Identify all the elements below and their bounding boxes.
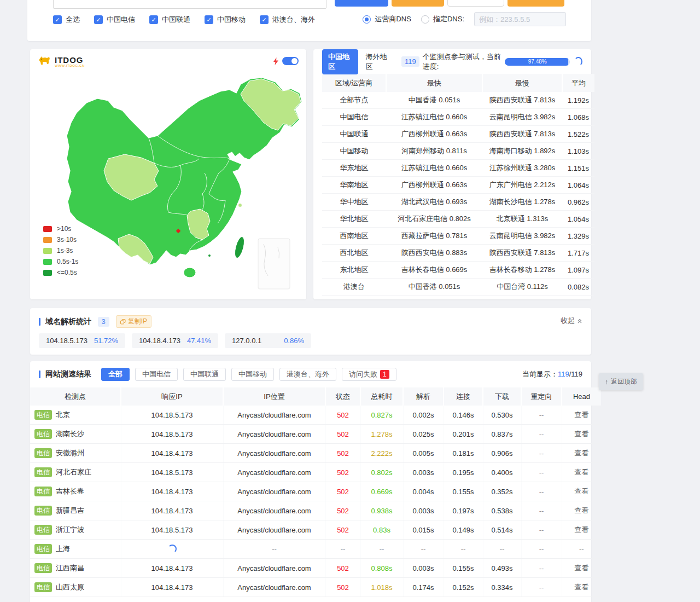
response-ip-cell: 104.18.4.173 (121, 444, 223, 463)
ip-location-cell: Anycast/cloudflare.com (223, 501, 325, 520)
checkbox-label: 全选 (66, 15, 80, 25)
filter-tab-3[interactable]: 中国移动 (231, 368, 274, 381)
connect-time-cell: 0.149s (444, 520, 483, 540)
operator-dns-radio[interactable] (363, 15, 371, 24)
map-style-toggle[interactable] (282, 57, 299, 65)
secondary-action-button[interactable] (392, 0, 444, 7)
stats-cell: 海南海口移动 1.892s (482, 143, 562, 160)
checkbox-icon[interactable]: ✓ (260, 15, 269, 24)
node-name: 湖南长沙 (56, 430, 84, 438)
head-view-link[interactable]: 查看 (562, 482, 601, 501)
isp-checkbox-0[interactable]: ✓全选 (53, 15, 80, 25)
redirect-cell: -- (521, 406, 562, 425)
ip-percent: 0.86% (284, 337, 304, 345)
resolve-time-cell: 0.004s (403, 482, 444, 501)
checkbox-icon[interactable]: ✓ (53, 15, 62, 24)
table-row: 中国电信江苏镇江电信 0.660s云南昆明电信 3.982s1.068s (322, 109, 594, 126)
primary-action-button[interactable] (335, 0, 388, 7)
head-view-link[interactable]: 查看 (562, 463, 601, 482)
results-col-header: 解析 (403, 387, 444, 406)
head-view-link[interactable]: 查看 (562, 501, 601, 520)
dns-ip-chip-1: 104.18.4.17347.41% (132, 333, 218, 348)
filter-tab-2[interactable]: 中国联通 (183, 368, 226, 381)
status-cell: 502 (325, 578, 360, 597)
stats-cell: 陕西西安联通 7.813s (482, 126, 562, 143)
node-cell: 电信安徽滁州 (30, 444, 121, 463)
stats-cell: 全部节点 (322, 92, 386, 109)
filter-tab-5[interactable]: 访问失败1 (342, 368, 396, 381)
custom-dns-radio[interactable] (421, 15, 429, 24)
action-buttons (335, 0, 564, 7)
stats-cell: 1.717s (562, 245, 594, 262)
table-row: 华中地区湖北武汉电信 0.693s湖南长沙电信 1.278s0.962s (322, 194, 594, 211)
stats-cell: 北京联通 1.313s (482, 211, 562, 228)
stats-cell: 华中地区 (322, 194, 386, 211)
filter-tab-0[interactable]: 全部 (101, 368, 130, 381)
stats-cell: 中国联通 (322, 126, 386, 143)
filter-tab-4[interactable]: 港澳台、海外 (279, 368, 336, 381)
status-cell: 502 (325, 520, 360, 540)
isp-badge: 电信 (34, 506, 52, 516)
isp-checkbox-4[interactable]: ✓港澳台、海外 (260, 15, 315, 25)
isp-checkbox-2[interactable]: ✓中国联通 (149, 15, 190, 25)
head-view-link[interactable]: 查看 (562, 578, 601, 597)
results-col-header: Head (562, 387, 601, 406)
back-to-top-button[interactable]: ↑ 返回顶部 (599, 373, 643, 390)
checkbox-icon[interactable]: ✓ (94, 15, 103, 24)
custom-dns-label: 指定DNS: (433, 14, 464, 24)
connect-time-cell: 0.195s (444, 463, 483, 482)
ip-address: 104.18.4.173 (139, 337, 180, 345)
checkbox-label: 中国电信 (107, 15, 135, 25)
legend-item: 3s-10s (43, 234, 78, 245)
plain-action-button[interactable] (447, 0, 504, 7)
arrow-up-icon: ↑ (605, 378, 608, 386)
head-view-link[interactable]: 查看 (562, 406, 601, 425)
head-view-link[interactable]: 查看 (562, 559, 601, 578)
stats-cell: 河北石家庄电信 0.802s (386, 211, 482, 228)
head-view-link[interactable]: 查看 (562, 425, 601, 444)
isp-checkbox-3[interactable]: ✓中国移动 (205, 15, 246, 25)
filter-tab-1[interactable]: 中国电信 (135, 368, 178, 381)
legend-label: 0.5s-1s (57, 258, 78, 265)
checkbox-icon[interactable]: ✓ (149, 15, 158, 24)
head-view-link[interactable]: 查看 (562, 444, 601, 463)
fail-count-badge: 1 (380, 370, 389, 379)
total-time-cell: 2.222s (360, 444, 403, 463)
checkbox-icon[interactable]: ✓ (205, 15, 213, 24)
stats-cell: 0.962s (562, 194, 594, 211)
table-row: 电信浙江宁波104.18.5.173Anycast/cloudflare.com… (30, 520, 601, 540)
head-view-link[interactable]: 查看 (562, 520, 601, 540)
results-col-header: IP位置 (223, 387, 325, 406)
ip-location-cell: Anycast/cloudflare.com (223, 463, 325, 482)
stats-cell: 云南昆明电信 3.982s (482, 228, 562, 245)
collapse-button[interactable]: 收起 (561, 316, 582, 326)
table-row: 电信江西南昌104.18.4.173Anycast/cloudflare.com… (30, 559, 601, 578)
results-head-row: 检测点响应IPIP位置状态总耗时解析连接下载重定向Head (30, 387, 601, 406)
isp-badge: 电信 (34, 448, 52, 458)
connect-time-cell: 0.155s (444, 482, 483, 501)
table-row: 电信北京104.18.5.173Anycast/cloudflare.com50… (30, 406, 601, 425)
operator-dns-label: 运营商DNS (375, 14, 411, 24)
isp-badge: 电信 (34, 582, 52, 592)
tab-china-region[interactable]: 中国地区 (322, 49, 358, 74)
progress-bar: 97.48% (505, 58, 570, 66)
isp-checkbox-1[interactable]: ✓中国电信 (94, 15, 135, 25)
stats-cell: 中国电信 (322, 109, 386, 126)
status-cell: 502 (325, 482, 360, 501)
download-time-cell: 0.530s (483, 406, 521, 425)
copy-ip-button[interactable]: 复制IP (116, 315, 151, 328)
tab-overseas-region[interactable]: 海外地区 (366, 52, 390, 72)
isp-checkbox-row: ✓全选✓中国电信✓中国联通✓中国移动✓港澳台、海外 (53, 14, 315, 25)
tertiary-action-button[interactable] (508, 0, 564, 7)
stats-cell: 中国移动 (322, 143, 386, 160)
ip-location-cell: Anycast/cloudflare.com (223, 559, 325, 578)
connect-time-cell: 0.181s (444, 444, 483, 463)
stats-cell: 广西柳州联通 0.663s (386, 177, 482, 194)
resolve-time-cell: 0.015s (403, 520, 444, 540)
status-cell: 502 (325, 559, 360, 578)
page: ✓全选✓中国电信✓中国联通✓中国移动✓港澳台、海外 运营商DNS 指定DNS: … (0, 0, 700, 602)
stats-cell: 西南地区 (322, 228, 386, 245)
custom-dns-input[interactable] (474, 12, 566, 26)
table-row: 华北地区河北石家庄电信 0.802s北京联通 1.313s1.054s (322, 211, 594, 228)
url-input[interactable] (53, 0, 326, 9)
